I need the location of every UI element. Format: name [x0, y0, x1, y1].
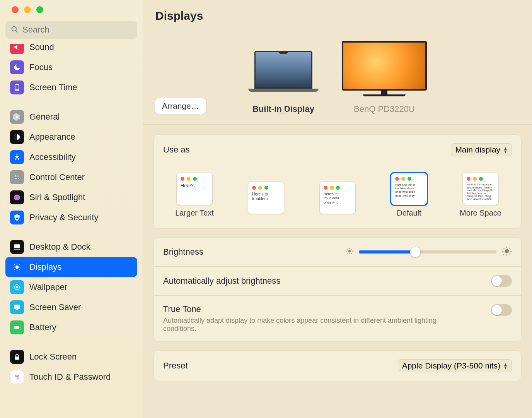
- page-title: Displays: [143, 0, 532, 29]
- svg-point-23: [17, 284, 17, 285]
- svg-rect-8: [15, 178, 17, 179]
- svg-point-24: [17, 289, 17, 290]
- arrange-button[interactable]: Arrange…: [155, 98, 206, 114]
- general-icon: [10, 110, 24, 124]
- resolution-picker: Here'sLarger TextHere's to troublemHere'…: [154, 165, 521, 228]
- resolution-option-4[interactable]: Here's to the crazy onetroublemakers. Th…: [452, 173, 510, 218]
- resolution-option-3[interactable]: Here's to the crtroublemakers.ones who s…: [380, 173, 438, 218]
- brightness-track[interactable]: [359, 250, 496, 254]
- resolution-option-0[interactable]: Here'sLarger Text: [165, 173, 223, 218]
- svg-line-49: [510, 248, 510, 248]
- use-as-label: Use as: [163, 145, 189, 155]
- sidebar-item-label: Touch ID & Password: [29, 372, 111, 382]
- sidebar-item-privacy[interactable]: Privacy & Security: [5, 207, 137, 228]
- svg-point-21: [16, 286, 18, 288]
- sidebar-item-desktop[interactable]: Desktop & Dock: [5, 237, 137, 257]
- window-controls: [0, 6, 143, 21]
- lock-icon: [10, 350, 24, 364]
- focus-icon: [10, 60, 24, 74]
- svg-rect-6: [17, 176, 19, 176]
- svg-line-47: [510, 254, 510, 255]
- sidebar-nav: SoundFocusScreen TimeGeneralAppearanceAc…: [0, 44, 143, 387]
- sidebar-item-controlcenter[interactable]: Control Center: [5, 167, 137, 187]
- sidebar-item-label: Accessibility: [29, 152, 76, 162]
- brightness-slider[interactable]: [346, 246, 512, 258]
- display-builtin[interactable]: Built-in Display: [248, 51, 319, 114]
- selected-display-caret-icon: [278, 109, 289, 115]
- sidebar-item-label: Siri & Spotlight: [29, 192, 85, 202]
- sidebar-item-appearance[interactable]: Appearance: [5, 127, 137, 147]
- sun-large-icon: [502, 246, 512, 258]
- auto-brightness-label: Automatically adjust brightness: [163, 276, 280, 286]
- svg-line-40: [351, 249, 352, 250]
- search-input[interactable]: [5, 21, 137, 39]
- sidebar-item-label: Sound: [29, 44, 54, 52]
- brightness-label: Brightness: [163, 247, 203, 257]
- sidebar-item-label: Control Center: [29, 172, 85, 182]
- svg-line-38: [351, 253, 352, 254]
- svg-line-37: [347, 249, 348, 250]
- appearance-icon: [10, 130, 24, 144]
- sidebar-item-accessibility[interactable]: Accessibility: [5, 147, 137, 167]
- resolution-option-2[interactable]: Here's to ttroublemaones who: [309, 182, 367, 218]
- desktop-icon: [10, 240, 24, 254]
- svg-point-9: [14, 195, 20, 200]
- sidebar-item-label: Battery: [29, 322, 56, 332]
- svg-line-39: [347, 253, 348, 254]
- svg-rect-31: [15, 356, 19, 360]
- svg-rect-11: [14, 249, 20, 250]
- use-as-value: Main display: [455, 145, 500, 154]
- battery-icon: [10, 320, 24, 334]
- svg-rect-10: [14, 244, 20, 248]
- close-icon[interactable]: [12, 6, 19, 13]
- sidebar-item-label: Wallpaper: [29, 282, 67, 292]
- sidebar-item-general[interactable]: General: [5, 107, 137, 127]
- accessibility-icon: [10, 150, 24, 164]
- true-tone-toggle[interactable]: [491, 304, 512, 316]
- use-as-popup[interactable]: Main display ▲▼: [451, 143, 512, 156]
- sidebar-item-wallpaper[interactable]: Wallpaper: [5, 277, 137, 297]
- preset-popup[interactable]: Apple Display (P3-500 nits) ▲▼: [398, 359, 512, 372]
- svg-line-19: [14, 269, 15, 270]
- svg-point-25: [14, 287, 15, 288]
- svg-point-7: [18, 178, 19, 179]
- monitor-icon: [342, 41, 427, 97]
- preset-card: Preset Apple Display (P3-500 nits) ▲▼: [154, 351, 521, 381]
- brightness-knob[interactable]: [410, 247, 420, 257]
- preset-label: Preset: [163, 361, 188, 371]
- sidebar-item-lock[interactable]: Lock Screen: [5, 347, 137, 367]
- auto-brightness-toggle[interactable]: [491, 275, 512, 287]
- brightness-card: Brightness Automatically adjust brightne…: [154, 238, 521, 341]
- svg-point-41: [505, 249, 509, 254]
- sidebar-item-displays[interactable]: Displays: [5, 257, 137, 277]
- chevron-up-down-icon: ▲▼: [503, 147, 508, 153]
- sidebar-item-label: Screen Time: [29, 82, 77, 93]
- resolution-option-1[interactable]: Here's to troublem: [237, 182, 295, 218]
- settings-scroll[interactable]: Use as Main display ▲▼ Here'sLarger Text…: [143, 125, 532, 418]
- sidebar-item-siri[interactable]: Siri & Spotlight: [5, 187, 137, 207]
- privacy-icon: [10, 211, 24, 224]
- sidebar-item-screensaver[interactable]: Screen Saver: [5, 297, 137, 317]
- svg-line-18: [19, 269, 20, 270]
- minimize-icon[interactable]: [24, 6, 31, 13]
- displays-icon: [10, 260, 24, 274]
- sidebar-item-label: Screen Saver: [29, 302, 81, 312]
- siri-icon: [10, 190, 24, 204]
- sidebar-item-battery[interactable]: Battery: [5, 317, 137, 337]
- svg-rect-27: [14, 305, 20, 309]
- sidebar-item-label: Appearance: [29, 132, 75, 142]
- wallpaper-icon: [10, 280, 24, 294]
- resolution-caption: More Space: [460, 209, 501, 218]
- display-picker: Arrange… Built-in Display BenQ PD3220U: [143, 29, 532, 125]
- sidebar-item-label: Desktop & Dock: [29, 242, 90, 252]
- sidebar-item-label: Displays: [29, 262, 61, 272]
- controlcenter-icon: [10, 170, 24, 184]
- display-external[interactable]: BenQ PD3220U: [342, 41, 427, 114]
- sidebar-item-focus[interactable]: Focus: [5, 57, 137, 77]
- svg-line-48: [503, 254, 504, 255]
- sidebar-item-sound[interactable]: Sound: [5, 44, 137, 57]
- zoom-icon[interactable]: [36, 6, 43, 13]
- sidebar-item-touchid[interactable]: Touch ID & Password: [5, 367, 137, 387]
- sidebar-item-screentime[interactable]: Screen Time: [5, 77, 137, 98]
- sidebar: SoundFocusScreen TimeGeneralAppearanceAc…: [0, 0, 143, 418]
